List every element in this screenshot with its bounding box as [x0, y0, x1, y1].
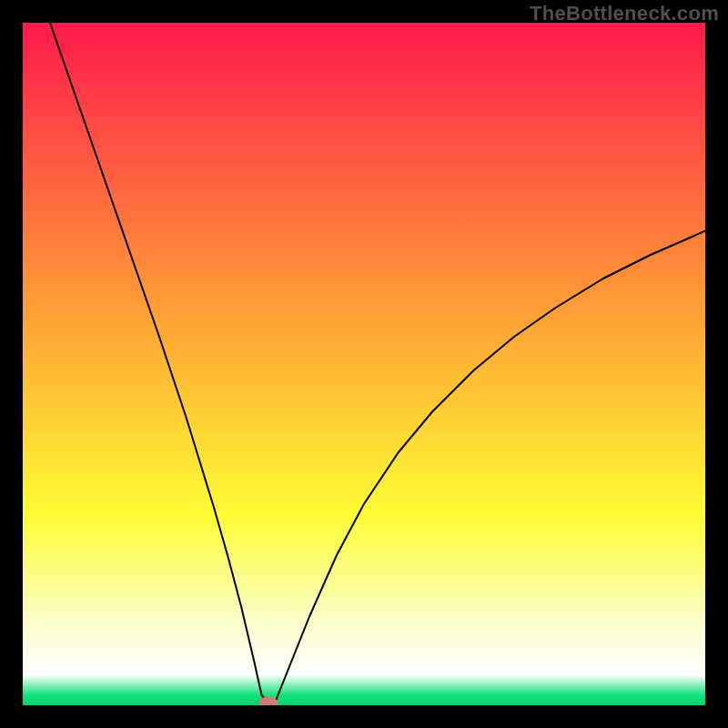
gradient-background	[23, 23, 705, 705]
chart-svg	[23, 23, 705, 705]
chart-plot-area	[23, 23, 705, 705]
watermark-text: TheBottleneck.com	[530, 2, 719, 25]
chart-frame: TheBottleneck.com	[0, 0, 728, 728]
